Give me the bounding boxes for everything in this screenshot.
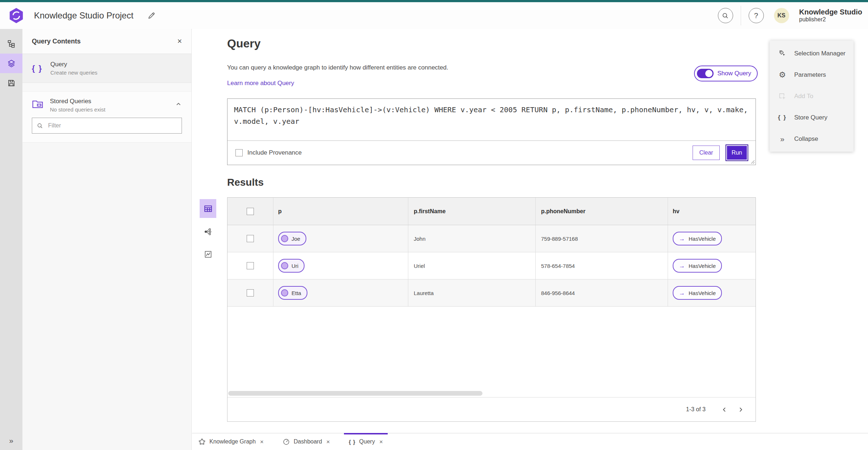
toggle-switch	[697, 69, 714, 78]
arrow-right-icon: →	[679, 263, 685, 269]
table-row: Joe John 759-889-57168 → HasVehicle	[227, 225, 756, 252]
filter-field[interactable]	[32, 118, 182, 134]
add-to-item: Add To	[770, 85, 854, 107]
table-header-row: p p.firstName p.phoneNumber hv	[227, 198, 756, 225]
search-icon	[37, 122, 43, 129]
run-button[interactable]: Run	[726, 145, 748, 160]
edge-label: HasVehicle	[689, 236, 716, 242]
query-description: You can query a knowledge graph to ident…	[227, 64, 448, 71]
user-role: publisher2	[799, 16, 862, 23]
arrow-right-icon: →	[679, 236, 685, 242]
include-provenance-checkbox[interactable]	[235, 149, 243, 156]
row-checkbox[interactable]	[247, 262, 254, 269]
filter-input[interactable]	[47, 122, 177, 129]
tab-label: Query	[359, 438, 375, 445]
project-title: Knowledge Studio Project	[34, 10, 133, 21]
selection-manager-label: Selection Manager	[794, 50, 846, 57]
close-tab-icon[interactable]: ×	[260, 439, 264, 445]
show-query-toggle[interactable]: Show Query	[694, 66, 758, 81]
dashboard-icon	[282, 438, 290, 446]
braces-icon: { }	[778, 114, 787, 121]
parameters-label: Parameters	[794, 71, 826, 79]
select-all-checkbox[interactable]	[247, 208, 254, 215]
store-query-label: Store Query	[794, 114, 827, 121]
close-panel-icon[interactable]: ×	[177, 37, 182, 45]
rail-item-hierarchy[interactable]	[0, 34, 22, 54]
user-block: Knowledge Studio publisher2	[799, 8, 862, 23]
tab-dashboard[interactable]: Dashboard ×	[278, 433, 335, 450]
node-label: Uri	[292, 263, 298, 269]
query-tools-panel: Selection Manager ⚙ Parameters Add To { …	[770, 41, 854, 152]
node-label: Etta	[292, 290, 301, 296]
column-header-hv[interactable]: hv	[668, 198, 755, 225]
table-row: Uri Uriel 578-654-7854 → HasVehicle	[227, 252, 756, 279]
stored-queries-header[interactable]: Stored Queries No stored queries exist	[22, 92, 191, 114]
hierarchy-icon	[7, 39, 16, 48]
cell-phone: 759-889-57168	[536, 225, 668, 252]
tab-knowledge-graph[interactable]: Knowledge Graph ×	[193, 433, 268, 450]
tab-query[interactable]: { } Query ×	[344, 433, 387, 450]
rail-item-save[interactable]	[0, 73, 22, 93]
braces-icon: { }	[349, 439, 356, 445]
help-icon: ?	[754, 12, 758, 20]
edge-pill[interactable]: → HasVehicle	[673, 232, 722, 245]
close-tab-icon[interactable]: ×	[379, 439, 383, 445]
panel-title: Query Contents	[32, 38, 81, 45]
panel-empty-area	[22, 142, 191, 450]
view-graph-button[interactable]	[200, 223, 216, 240]
cell-phone: 846-956-8644	[536, 279, 668, 306]
cell-phone: 578-654-7854	[536, 252, 668, 279]
add-to-icon	[778, 92, 787, 100]
search-button[interactable]	[718, 8, 733, 23]
node-icon	[281, 262, 288, 269]
column-header-firstname[interactable]: p.firstName	[408, 198, 536, 225]
node-icon	[281, 235, 288, 242]
learn-more-link[interactable]: Learn more about Query	[227, 80, 294, 87]
resize-handle-icon[interactable]	[750, 160, 755, 164]
column-header-p[interactable]: p	[273, 198, 408, 225]
bottom-tab-bar: Knowledge Graph × Dashboard × { } Query …	[192, 433, 868, 450]
query-editor[interactable]: MATCH (p:Person)-[hv:HasVehicle]->(v:Veh…	[227, 99, 756, 141]
left-rail: »	[0, 29, 22, 450]
expand-panel-button[interactable]: »	[0, 433, 22, 448]
collapse-item[interactable]: » Collapse	[770, 128, 854, 150]
help-button[interactable]: ?	[749, 8, 764, 23]
results-title: Results	[227, 177, 264, 188]
clear-button[interactable]: Clear	[693, 146, 719, 160]
view-mode-toolbar	[200, 199, 216, 268]
query-editor-card: MATCH (p:Person)-[hv:HasVehicle]->(v:Veh…	[227, 98, 756, 165]
selection-manager-item[interactable]: Selection Manager	[770, 43, 854, 64]
horizontal-scrollbar[interactable]	[228, 391, 482, 396]
query-item[interactable]: { } Query Create new queries	[22, 54, 191, 83]
query-item-title: Query	[50, 61, 97, 68]
view-chart-button[interactable]	[200, 245, 216, 263]
chevron-up-icon[interactable]	[175, 101, 182, 108]
row-checkbox[interactable]	[247, 289, 254, 297]
node-pill[interactable]: Etta	[278, 286, 307, 300]
table-icon	[204, 204, 213, 213]
store-query-item[interactable]: { } Store Query	[770, 107, 854, 128]
close-tab-icon[interactable]: ×	[326, 439, 330, 445]
previous-page-button[interactable]	[716, 401, 732, 417]
node-pill[interactable]: Uri	[278, 259, 305, 273]
show-query-label: Show Query	[717, 70, 751, 77]
row-checkbox[interactable]	[247, 235, 254, 242]
pagination-label: 1-3 of 3	[686, 406, 706, 413]
next-page-button[interactable]	[732, 401, 748, 417]
edge-pill[interactable]: → HasVehicle	[673, 286, 722, 300]
column-header-phonenumber[interactable]: p.phoneNumber	[536, 198, 668, 225]
edge-pill[interactable]: → HasVehicle	[673, 259, 722, 273]
rail-item-layers[interactable]	[0, 54, 22, 73]
node-pill[interactable]: Joe	[278, 232, 306, 245]
cell-firstname: Lauretta	[408, 279, 536, 306]
edge-label: HasVehicle	[689, 263, 716, 269]
edge-label: HasVehicle	[689, 290, 716, 296]
table-pagination: 1-3 of 3	[227, 397, 756, 421]
results-table: p p.firstName p.phoneNumber hv Joe John …	[227, 197, 756, 422]
avatar[interactable]: KS	[774, 8, 789, 23]
view-table-button[interactable]	[200, 199, 216, 218]
query-contents-panel: Query Contents × { } Query Create new qu…	[22, 29, 192, 450]
parameters-item[interactable]: ⚙ Parameters	[770, 64, 854, 85]
cell-firstname: Uriel	[408, 252, 536, 279]
edit-title-icon[interactable]	[147, 11, 156, 20]
